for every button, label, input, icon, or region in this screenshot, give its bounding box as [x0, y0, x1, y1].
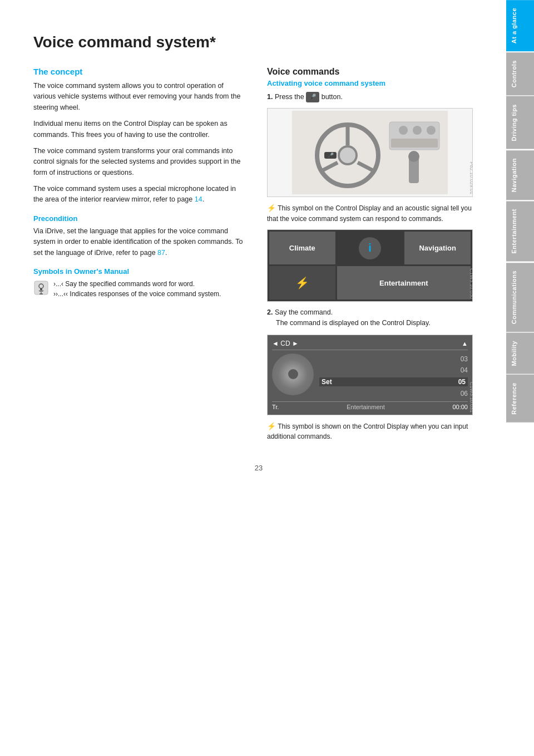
- concept-body-3: The voice command system transforms your…: [33, 146, 245, 178]
- sidebar-tab-entertainment[interactable]: Entertainment: [506, 201, 534, 261]
- page-link-14[interactable]: 14: [195, 195, 202, 203]
- svg-rect-2: [40, 288, 42, 291]
- svg-rect-18: [391, 139, 438, 148]
- cd-header: ◄ CD ►: [272, 340, 299, 347]
- step-1-caption: ⚡ This symbol on the Control Display and…: [267, 203, 473, 224]
- menu-screen-diagram: Climate i Navigation ⚡ Entertainment C1W…: [267, 229, 473, 302]
- svg-text:🎤: 🎤: [328, 152, 334, 159]
- concept-body-1: The voice command system allows you to c…: [33, 81, 245, 113]
- concept-heading: The concept: [33, 67, 245, 76]
- page-title: Voice command system*: [33, 33, 484, 51]
- page-link-87[interactable]: 87: [157, 249, 165, 257]
- cd-footer: Tr. Entertainment 00:00: [272, 401, 468, 410]
- menu-info-icon: i: [359, 237, 381, 259]
- cd-screen-diagram: ◄ CD ► ▲ 03 04 Set05 06: [267, 335, 473, 415]
- step-2: 2. Say the command. The command is displ…: [267, 307, 473, 329]
- symbols-row: ›...‹ Say the specified commands word fo…: [33, 279, 245, 299]
- page-number: 23: [255, 464, 263, 472]
- activating-heading: Activating voice command system: [267, 79, 473, 87]
- sidebar-tab-driving-tips[interactable]: Driving tips: [506, 96, 534, 149]
- step-1: 1. Press the 🎤 button.: [267, 92, 473, 102]
- menu-climate: Climate: [269, 232, 335, 265]
- cd-mode-icon: ▲: [462, 340, 468, 347]
- svg-point-17: [427, 126, 436, 135]
- cd-tracks: 03 04 Set05 06: [319, 354, 468, 399]
- symbols-heading: Symbols in Owner's Manual: [33, 267, 245, 276]
- menu-navigation: Navigation: [404, 232, 471, 265]
- menu-watermark: C1W3.10.030: [469, 268, 473, 299]
- sidebar-tab-mobility[interactable]: Mobility: [506, 333, 534, 374]
- precondition-heading: Precondition: [33, 214, 245, 223]
- menu-entertainment: Entertainment: [337, 266, 471, 300]
- final-caption: ⚡ This symbol is shown on the Control Di…: [267, 421, 473, 442]
- precondition-body: Via iDrive, set the language that applie…: [33, 226, 245, 258]
- voice-symbol-icon: [33, 280, 49, 296]
- sidebar-tab-navigation[interactable]: Navigation: [506, 150, 534, 200]
- voice-final-symbol: ⚡: [267, 422, 276, 430]
- cd-disc: [272, 354, 314, 395]
- concept-body-4: The voice command system uses a special …: [33, 184, 245, 205]
- voice-button-icon: 🎤: [306, 92, 319, 102]
- sidebar-tab-controls[interactable]: Controls: [506, 52, 534, 95]
- sidebar-tab-at-a-glance[interactable]: At a glance: [506, 0, 534, 51]
- concept-body-2: Individual menu items on the Control Dis…: [33, 119, 245, 140]
- sidebar-tab-communications[interactable]: Communications: [506, 263, 534, 332]
- voice-caption-symbol: ⚡: [267, 204, 276, 212]
- symbols-text: ›...‹ Say the specified commands word fo…: [53, 279, 221, 299]
- cd-footer-label: Entertainment: [347, 404, 384, 410]
- sidebar-tab-reference[interactable]: Reference: [506, 375, 534, 423]
- svg-point-15: [399, 126, 408, 135]
- cd-watermark: C1W3.10.031: [469, 382, 473, 413]
- svg-point-11: [340, 148, 355, 163]
- svg-point-20: [408, 151, 419, 162]
- steering-wheel-diagram: 🎤 P82.10.029.01: [267, 108, 473, 197]
- diagram-watermark: P82.10.029.01: [469, 162, 473, 195]
- voice-commands-heading: Voice commands: [267, 67, 473, 77]
- menu-voice-indicator: ⚡: [269, 266, 335, 300]
- svg-point-16: [413, 126, 422, 135]
- sidebar: At a glance Controls Driving tips Naviga…: [506, 0, 534, 756]
